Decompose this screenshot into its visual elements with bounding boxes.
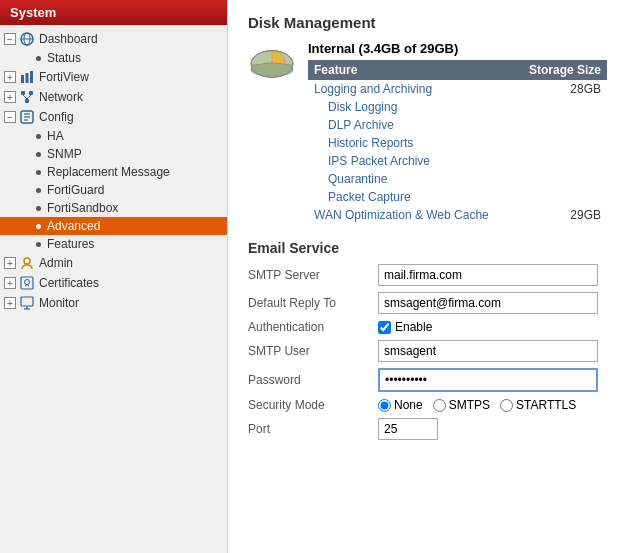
- cert-icon: [19, 275, 35, 291]
- admin-icon: [19, 255, 35, 271]
- disk-pie-icon: [248, 43, 296, 83]
- dot-icon: [36, 206, 41, 211]
- sidebar-item-label: Status: [47, 51, 81, 65]
- security-smtps-label: SMTPS: [449, 398, 490, 412]
- port-control[interactable]: [378, 418, 438, 440]
- dot-icon: [36, 56, 41, 61]
- barchart-icon: [19, 69, 35, 85]
- security-starttls-option[interactable]: STARTTLS: [500, 398, 576, 412]
- svg-point-17: [25, 280, 30, 285]
- svg-line-10: [27, 95, 31, 99]
- security-mode-control: None SMTPS STARTTLS: [378, 398, 576, 412]
- sidebar-item-label: SNMP: [47, 147, 82, 161]
- smtp-user-input[interactable]: [378, 340, 598, 362]
- smtp-server-input[interactable]: [378, 264, 598, 286]
- expand-icon[interactable]: +: [4, 91, 16, 103]
- expand-icon[interactable]: +: [4, 257, 16, 269]
- sidebar-item-monitor[interactable]: + Monitor: [0, 293, 227, 313]
- port-row: Port: [248, 418, 607, 440]
- expand-icon[interactable]: +: [4, 297, 16, 309]
- security-starttls-radio[interactable]: [500, 399, 513, 412]
- email-service-title: Email Service: [248, 240, 607, 256]
- sidebar-item-network[interactable]: + Network: [0, 87, 227, 107]
- sidebar-item-certificates[interactable]: + Certificates: [0, 273, 227, 293]
- sidebar-item-label: FortiView: [39, 70, 89, 84]
- sidebar-item-label: Network: [39, 90, 83, 104]
- sidebar-item-label: Features: [47, 237, 94, 251]
- password-label: Password: [248, 373, 378, 387]
- feature-cell: Historic Reports: [308, 134, 514, 152]
- sidebar-item-advanced[interactable]: Advanced: [0, 217, 227, 235]
- auth-checkbox[interactable]: [378, 321, 391, 334]
- svg-rect-6: [21, 91, 25, 95]
- feature-cell: Quarantine: [308, 170, 514, 188]
- sidebar-item-label: Admin: [39, 256, 73, 270]
- svg-rect-5: [30, 71, 33, 83]
- smtp-user-row: SMTP User: [248, 340, 607, 362]
- table-row: WAN Optimization & Web Cache29GB: [308, 206, 607, 224]
- sidebar-item-config[interactable]: − Config: [0, 107, 227, 127]
- sidebar: System − Dashboard Status + FortiView +: [0, 0, 228, 553]
- svg-rect-3: [21, 75, 24, 83]
- monitor-icon: [19, 295, 35, 311]
- sidebar-tree: − Dashboard Status + FortiView + Network: [0, 25, 227, 317]
- security-none-option[interactable]: None: [378, 398, 423, 412]
- dot-icon: [36, 170, 41, 175]
- feature-cell: IPS Packet Archive: [308, 152, 514, 170]
- password-row: Password: [248, 368, 607, 392]
- disk-internal-label: Internal (3.4GB of 29GB): [308, 41, 607, 56]
- storage-cell: [514, 152, 607, 170]
- disk-details: Internal (3.4GB of 29GB) Feature Storage…: [308, 41, 607, 224]
- sidebar-item-fortiview[interactable]: + FortiView: [0, 67, 227, 87]
- storage-cell: [514, 170, 607, 188]
- port-input[interactable]: [378, 418, 438, 440]
- sidebar-item-status[interactable]: Status: [0, 49, 227, 67]
- expand-icon[interactable]: +: [4, 277, 16, 289]
- expand-icon[interactable]: −: [4, 111, 16, 123]
- expand-icon[interactable]: −: [4, 33, 16, 45]
- dot-icon: [36, 242, 41, 247]
- security-smtps-radio[interactable]: [433, 399, 446, 412]
- smtp-server-control[interactable]: [378, 264, 598, 286]
- table-row: DLP Archive: [308, 116, 607, 134]
- smtp-user-control[interactable]: [378, 340, 598, 362]
- feature-cell: Packet Capture: [308, 188, 514, 206]
- default-reply-control[interactable]: [378, 292, 598, 314]
- sidebar-item-label: Monitor: [39, 296, 79, 310]
- sidebar-item-label: Config: [39, 110, 74, 124]
- table-row: IPS Packet Archive: [308, 152, 607, 170]
- sidebar-item-fortiguard[interactable]: FortiGuard: [0, 181, 227, 199]
- feature-cell: Logging and Archiving: [308, 80, 514, 98]
- security-none-radio[interactable]: [378, 399, 391, 412]
- sidebar-item-fortisandbox[interactable]: FortiSandbox: [0, 199, 227, 217]
- expand-icon[interactable]: +: [4, 71, 16, 83]
- sidebar-item-dashboard[interactable]: − Dashboard: [0, 29, 227, 49]
- dot-icon: [36, 134, 41, 139]
- default-reply-row: Default Reply To: [248, 292, 607, 314]
- sidebar-item-ha[interactable]: HA: [0, 127, 227, 145]
- table-row: Disk Logging: [308, 98, 607, 116]
- password-input[interactable]: [378, 368, 598, 392]
- sidebar-item-replacement-message[interactable]: Replacement Message: [0, 163, 227, 181]
- feature-cell: Disk Logging: [308, 98, 514, 116]
- feature-cell: DLP Archive: [308, 116, 514, 134]
- default-reply-input[interactable]: [378, 292, 598, 314]
- sidebar-item-admin[interactable]: + Admin: [0, 253, 227, 273]
- globe-icon: [19, 31, 35, 47]
- svg-rect-8: [25, 99, 29, 103]
- table-row: Historic Reports: [308, 134, 607, 152]
- sidebar-item-features[interactable]: Features: [0, 235, 227, 253]
- password-control[interactable]: [378, 368, 598, 392]
- security-starttls-label: STARTTLS: [516, 398, 576, 412]
- svg-rect-4: [26, 73, 29, 83]
- security-mode-label: Security Mode: [248, 398, 378, 412]
- sidebar-item-label: Advanced: [47, 219, 100, 233]
- feature-cell: WAN Optimization & Web Cache: [308, 206, 514, 224]
- sidebar-item-snmp[interactable]: SNMP: [0, 145, 227, 163]
- default-reply-label: Default Reply To: [248, 296, 378, 310]
- port-label: Port: [248, 422, 378, 436]
- disk-info: Internal (3.4GB of 29GB) Feature Storage…: [248, 41, 607, 224]
- table-row: Logging and Archiving28GB: [308, 80, 607, 98]
- security-smtps-option[interactable]: SMTPS: [433, 398, 490, 412]
- auth-control[interactable]: Enable: [378, 320, 432, 334]
